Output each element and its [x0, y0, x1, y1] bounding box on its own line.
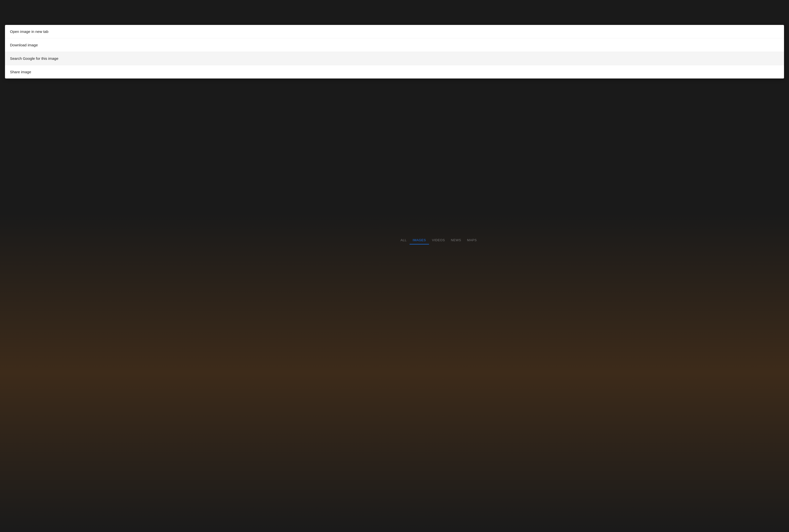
tab-maps[interactable]: MAPS: [464, 236, 480, 244]
screenshot-container: 🔳 N ♬ ··· 🔒 VoLTE 1 📶 LTE 📶 48% 🔋 8:47 p…: [285, 174, 504, 358]
background-image: [295, 189, 392, 343]
tab-all[interactable]: ALL: [401, 236, 410, 244]
tab-videos[interactable]: VIDEOS: [429, 236, 448, 244]
left-phone: 🔳 N ♬ ··· 🔒 VoLTE 1 📶 LTE 📶 48% 🔋 8:47 p…: [295, 189, 392, 343]
tab-images[interactable]: IMAGES: [409, 236, 429, 244]
tab-news[interactable]: NEWS: [448, 236, 464, 244]
search-tabs: ALL IMAGES VIDEOS NEWS MAPS: [397, 236, 494, 245]
